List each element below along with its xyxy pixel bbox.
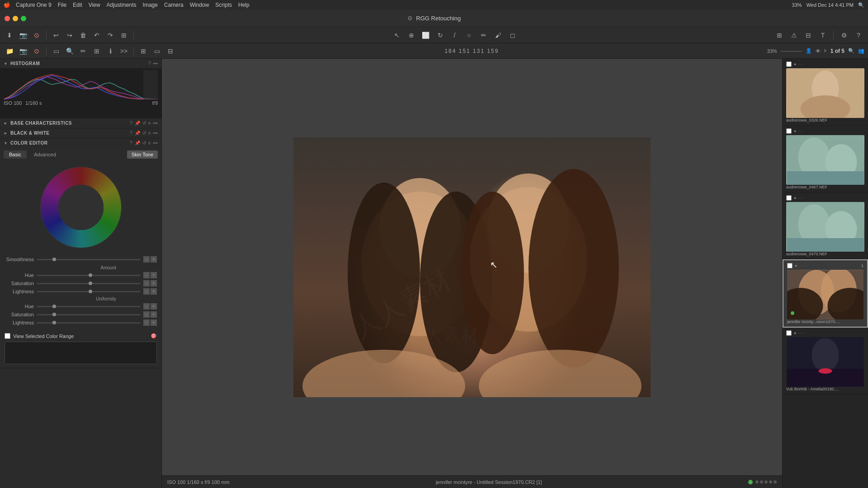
uni-sat-slider[interactable] [37,314,141,315]
film-check-5[interactable] [786,330,792,336]
rotate-right-button[interactable]: ↪ [64,29,75,41]
bw-dots[interactable]: ••• [153,131,158,136]
saturation-plus[interactable]: + [151,280,157,286]
histogram-collapse[interactable]: ▼ [4,61,8,66]
color-editor-header[interactable]: ▼ COLOR EDITOR ? 📌 ↺ ≡ ••• [0,138,161,148]
users-icon[interactable]: 👥 [858,48,864,54]
filmstrip-item-1[interactable]: ★···· audrerosee_0326.NEF [783,59,868,126]
film-thumb-3[interactable] [786,202,864,252]
maximize-button[interactable] [21,16,26,21]
image-container[interactable]: 人人素材 人人素材 ↖ [162,59,782,475]
filmstrip-item-5[interactable]: ★···· Vuk Bortnik - Amelia00180.CR2 [783,328,868,394]
select-tool[interactable]: ↖ [391,29,403,41]
film-thumb-5[interactable] [786,337,864,387]
tab-basic[interactable]: Basic [4,150,27,159]
base-char-header[interactable]: ▼ BASE CHARACTERISTICS ? 📌 ↺ ≡ ••• [0,118,161,128]
rotate-left-button[interactable]: ↩ [50,29,62,41]
eraser-tool[interactable]: ◻ [507,29,519,41]
camera2-button[interactable]: 📷 [17,45,29,57]
menu-camera[interactable]: Camera [164,2,184,8]
view-color-range-checkbox[interactable] [5,333,10,339]
hue-plus[interactable]: + [151,272,157,278]
film-stars-2[interactable]: ★···· [793,129,804,133]
camera-button[interactable]: 📷 [17,29,29,41]
hue-minus[interactable]: − [143,272,150,278]
ce-dots[interactable]: ••• [153,141,158,145]
delete-button[interactable]: 🗑 [77,29,89,41]
circle-tool[interactable]: ○ [463,29,475,41]
settings-circle-button[interactable]: ⊙ [31,29,42,41]
smoothness-slider[interactable] [37,259,141,260]
base-char-dots[interactable]: ••• [153,121,158,126]
uni-hue-slider[interactable] [37,306,141,307]
film-thumb-2[interactable] [786,135,864,185]
pick-color-icon[interactable]: 🎯 [151,333,157,339]
bw-menu[interactable]: ≡ [148,131,151,136]
film-stars-4[interactable]: ★···· [794,264,805,268]
view-mode-2[interactable]: ▭ [151,45,163,57]
menu-edit[interactable]: Edit [73,2,82,8]
close-button[interactable] [5,16,10,21]
uni-sat-plus[interactable]: + [151,311,157,318]
filmstrip-item-4[interactable]: ★···· 1 jennifer mcinty...ssion1970.CR2 [783,259,868,328]
view-mode-3[interactable]: ⊟ [165,45,176,57]
view-color-range-row[interactable]: View Selected Color Range 🎯 [0,330,161,342]
text-button[interactable]: T [817,29,829,41]
color-editor-collapse[interactable]: ▼ [4,141,8,145]
menu-scripts[interactable]: Scripts [215,2,232,8]
film-thumb-4-active[interactable] [787,270,863,319]
tab-advanced[interactable]: Advanced [28,150,61,159]
gear-icon[interactable]: ⚙ [838,29,850,41]
ce-menu[interactable]: ≡ [148,141,151,145]
rotate-tool[interactable]: ↻ [434,29,446,41]
loupe-button[interactable]: 🔍 [64,45,75,57]
film-check-1[interactable] [786,61,792,67]
film-check-4[interactable] [787,263,793,268]
base-char-pin[interactable]: 📌 [135,121,140,126]
menu-image[interactable]: Image [143,2,158,8]
copy-button[interactable]: ⊞ [118,29,130,41]
menu-file[interactable]: File [58,2,66,8]
base-char-help[interactable]: ? [130,121,132,126]
lightness-plus[interactable]: + [151,288,157,295]
filmstrip-item-2[interactable]: ★···· audrerosee_0467.NEF [783,126,868,192]
menu-help[interactable]: Help [238,2,250,8]
grid-button[interactable]: ⊟ [802,29,814,41]
warning-button[interactable]: ⚠ [788,29,800,41]
uni-light-plus[interactable]: + [151,319,157,326]
uni-sat-minus[interactable]: − [143,311,150,318]
saturation-minus[interactable]: − [143,280,150,286]
table-button[interactable]: ⊞ [91,45,103,57]
lightness-minus[interactable]: − [143,288,150,295]
search-icon[interactable]: 🔍 [858,2,864,8]
film-stars-5[interactable]: ★···· [793,331,804,335]
base-char-collapse[interactable]: ▼ [3,121,8,125]
smoothness-plus[interactable]: + [151,256,157,263]
histogram-menu[interactable]: ••• [153,61,158,66]
bw-header[interactable]: ▼ BLACK & WHITE ? 📌 ↺ ≡ ••• [0,128,161,138]
bw-pin[interactable]: 📌 [135,131,140,136]
info-button[interactable]: ℹ [104,45,116,57]
uni-light-minus[interactable]: − [143,319,150,326]
uni-hue-plus[interactable]: + [151,303,157,310]
bw-reset[interactable]: ↺ [142,131,146,136]
minimize-button[interactable] [13,16,18,21]
saturation-slider[interactable] [37,283,141,284]
menu-window[interactable]: Window [190,2,209,8]
ce-help[interactable]: ? [130,141,132,145]
magnify-tool[interactable]: ⊕ [406,29,417,41]
bw-help[interactable]: ? [130,131,132,136]
window-controls[interactable] [5,16,26,21]
app-menu[interactable]: Capture One 9 File Edit View Adjustments… [16,2,250,8]
expand-button[interactable]: >> [118,45,130,57]
ce-pin[interactable]: 📌 [135,141,140,145]
uni-hue-minus[interactable]: − [143,303,150,310]
menu-view[interactable]: View [89,2,100,8]
film-check-3[interactable] [786,195,792,201]
film-thumb-1[interactable] [786,68,864,118]
pen2-button[interactable]: ✏ [77,45,89,57]
bw-collapse[interactable]: ▼ [3,131,8,135]
film-stars-1[interactable]: ★···· [793,62,804,66]
pen-tool[interactable]: ✏ [478,29,490,41]
line-tool[interactable]: / [449,29,461,41]
